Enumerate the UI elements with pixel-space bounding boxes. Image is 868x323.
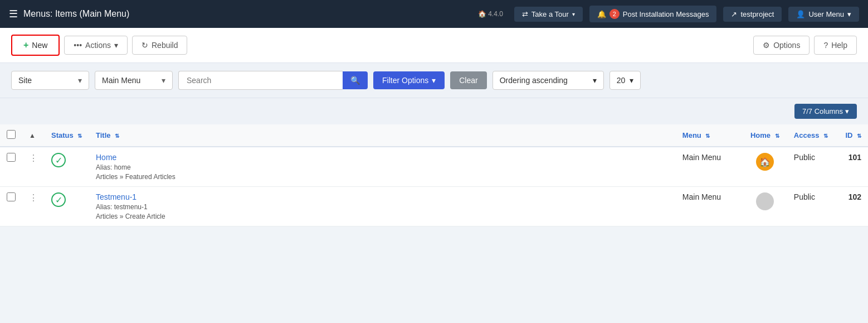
drag-handle-icon[interactable]: ⋮: [29, 193, 38, 203]
chevron-down-icon: ▾: [162, 76, 165, 85]
item-type: Articles » Create Article: [96, 213, 669, 220]
plus-icon: +: [23, 40, 28, 50]
home-cell: 🏠: [743, 147, 787, 187]
external-link-icon: ↗: [731, 10, 737, 18]
brand-area: ☰ Menus: Items (Main Menu): [9, 8, 471, 20]
drag-handle-icon[interactable]: ⋮: [29, 153, 38, 163]
filter-options-button[interactable]: Filter Options ▾: [373, 71, 445, 89]
access-cell: Public: [787, 187, 835, 226]
new-button[interactable]: + New: [11, 35, 60, 56]
table-row: ⋮ ✓ Home Alias: home Articles » Featured…: [0, 147, 868, 187]
status-cell: ✓: [45, 147, 89, 187]
chevron-down-icon: ▾: [630, 76, 633, 85]
clear-button[interactable]: Clear: [450, 71, 486, 89]
menu-cell: Main Menu: [676, 147, 743, 187]
sort-icon: ⇅: [823, 133, 828, 139]
home-star-icon[interactable]: 🏠: [756, 153, 774, 171]
table-body: ⋮ ✓ Home Alias: home Articles » Featured…: [0, 147, 868, 226]
status-published-icon[interactable]: ✓: [51, 192, 66, 207]
id-cell: 101: [835, 147, 868, 187]
columns-button[interactable]: 7/7 Columns ▾: [794, 104, 857, 119]
home-circle-icon[interactable]: [756, 192, 774, 210]
search-icon: 🔍: [350, 76, 360, 85]
home-header[interactable]: Home ⇅: [743, 124, 787, 147]
id-cell: 102: [835, 187, 868, 226]
table-area: 7/7 Columns ▾ ▲ Status ⇅ Title ⇅ Menu ⇅: [0, 98, 868, 226]
question-icon: ?: [823, 41, 828, 50]
table-header-row: ▲ Status ⇅ Title ⇅ Menu ⇅ Home ⇅ Access …: [0, 124, 868, 147]
access-header[interactable]: Access ⇅: [787, 124, 835, 147]
access-cell: Public: [787, 147, 835, 187]
top-navigation: ☰ Menus: Items (Main Menu) 🏠 4.4.0 ⇄ Tak…: [0, 0, 868, 28]
chevron-down-icon: ▾: [78, 76, 82, 85]
row-checkbox-cell: [0, 187, 22, 226]
sort-icon: ⇅: [857, 133, 861, 139]
status-cell: ✓: [45, 187, 89, 226]
search-input[interactable]: [178, 71, 343, 90]
search-button[interactable]: 🔍: [343, 71, 368, 89]
item-type: Articles » Featured Articles: [96, 173, 669, 181]
chevron-down-icon: ▾: [847, 10, 851, 18]
sort-icon: ⇅: [705, 133, 710, 139]
chevron-down-icon: ▾: [114, 41, 118, 50]
title-cell: Home Alias: home Articles » Featured Art…: [89, 147, 676, 187]
id-value: 101: [849, 153, 861, 162]
version-label: 🏠 4.4.0: [478, 10, 503, 18]
count-select[interactable]: 20 ▾: [609, 71, 641, 90]
select-all-header[interactable]: [0, 124, 22, 147]
table-row: ⋮ ✓ Testmenu-1 Alias: testmenu-1 Article…: [0, 187, 868, 226]
actions-button[interactable]: ••• Actions ▾: [64, 36, 128, 55]
toolbar: + New ••• Actions ▾ ↻ Rebuild ⚙ Options …: [0, 28, 868, 63]
project-button[interactable]: ↗ testproject: [723, 7, 782, 22]
drag-cell: ⋮: [22, 147, 45, 187]
filter-bar: Site ▾ Main Menu ▾ 🔍 Filter Options ▾ Cl…: [0, 63, 868, 98]
select-all-checkbox[interactable]: [7, 130, 16, 139]
dots-icon: •••: [74, 41, 82, 50]
items-table: ▲ Status ⇅ Title ⇅ Menu ⇅ Home ⇅ Access …: [0, 124, 868, 226]
status-published-icon[interactable]: ✓: [51, 153, 66, 167]
notification-badge: 2: [609, 9, 620, 19]
menu-cell: Main Menu: [676, 187, 743, 226]
access-value: Public: [794, 192, 815, 201]
chevron-down-icon: ▾: [845, 107, 849, 115]
item-alias: Alias: home: [96, 163, 669, 171]
status-header[interactable]: Status ⇅: [45, 124, 89, 147]
help-button[interactable]: ? Help: [814, 36, 857, 55]
ordering-select[interactable]: Ordering ascending ▾: [492, 71, 604, 90]
home-cell: [743, 187, 787, 226]
menu-filter[interactable]: Main Menu ▾: [95, 71, 173, 90]
menu-value: Main Menu: [682, 192, 721, 201]
site-filter[interactable]: Site ▾: [11, 71, 89, 90]
chevron-down-icon: ▾: [593, 76, 597, 85]
options-button[interactable]: ⚙ Options: [753, 36, 810, 55]
title-cell: Testmenu-1 Alias: testmenu-1 Articles » …: [89, 187, 676, 226]
item-title-link[interactable]: Home: [96, 153, 116, 162]
sort-icon: ⇅: [77, 133, 82, 139]
row-checkbox-cell: [0, 147, 22, 187]
title-header[interactable]: Title ⇅: [89, 124, 676, 147]
hamburger-icon[interactable]: ☰: [9, 8, 18, 20]
take-a-tour-button[interactable]: ⇄ Take a Tour ▾: [514, 7, 583, 22]
access-value: Public: [794, 153, 815, 162]
item-alias: Alias: testmenu-1: [96, 203, 669, 211]
user-icon: 👤: [796, 10, 805, 18]
row-checkbox[interactable]: [7, 153, 16, 162]
menu-header[interactable]: Menu ⇅: [676, 124, 743, 147]
tour-icon: ⇄: [522, 10, 528, 18]
item-title-link[interactable]: Testmenu-1: [96, 192, 136, 201]
columns-bar: 7/7 Columns ▾: [0, 98, 868, 124]
row-checkbox[interactable]: [7, 192, 16, 201]
gear-icon: ⚙: [763, 41, 770, 50]
search-wrapper: 🔍: [178, 71, 368, 90]
page-title: Menus: Items (Main Menu): [23, 9, 129, 19]
id-header[interactable]: ID ⇅: [835, 124, 868, 147]
sort-up-icon: ▲: [29, 132, 36, 139]
refresh-icon: ↻: [142, 41, 148, 50]
user-menu-button[interactable]: 👤 User Menu ▾: [788, 7, 859, 22]
chevron-down-icon: ▾: [572, 11, 575, 17]
rebuild-button[interactable]: ↻ Rebuild: [132, 36, 187, 55]
chevron-down-icon: ▾: [432, 76, 436, 85]
sort-up-header[interactable]: ▲: [22, 124, 45, 147]
notifications-button[interactable]: 🔔 2 Post Installation Messages: [589, 6, 717, 22]
id-value: 102: [849, 192, 861, 201]
